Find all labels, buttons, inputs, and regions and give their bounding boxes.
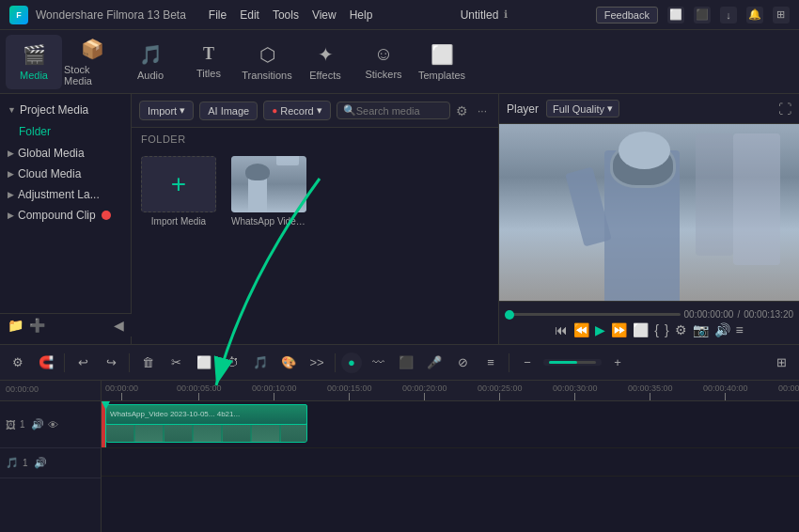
snapshot-button[interactable]: 📷	[693, 322, 709, 337]
grid-icon[interactable]: ⊞	[773, 7, 790, 23]
step-back-button[interactable]: ⏪	[573, 322, 589, 337]
toolbar-item-titles[interactable]: T Titles	[180, 35, 237, 89]
delete-button[interactable]: 🗑	[135, 351, 160, 375]
screen-icon[interactable]: ⬜	[667, 7, 684, 23]
timeline-body: 00:00:00 🖼 1 🔊 👁 🎵 1 🔊 00:00:00	[0, 381, 799, 532]
toolbar-item-stock[interactable]: 📦 Stock Media	[64, 35, 120, 89]
menu-tools[interactable]: Tools	[273, 8, 299, 22]
ruler-mark-4: 00:00:20:00	[402, 383, 447, 400]
title-bar-left: F Wondershare Filmora 13 Beta File Edit …	[9, 6, 372, 24]
timeline-mic-button[interactable]: 🎤	[422, 351, 446, 375]
record-button[interactable]: ● Record ▾	[263, 101, 331, 120]
timeline-mode-button[interactable]: ●	[341, 352, 362, 373]
redo-button[interactable]: ↪	[99, 351, 123, 375]
timeline-grid-button[interactable]: ⊞	[769, 351, 793, 375]
cut-button[interactable]: ✂	[164, 351, 188, 375]
audio-track-label: 🎵 1 🔊	[0, 448, 101, 478]
player-header: Player Full Quality ▾ ⛶	[499, 94, 799, 124]
zoom-bar[interactable]	[549, 361, 596, 364]
expand-player-icon[interactable]: ⛶	[778, 102, 791, 117]
track-visible-icon[interactable]: 👁	[48, 419, 58, 430]
player-quality-select[interactable]: Full Quality ▾	[546, 100, 619, 117]
in-point-button[interactable]: {	[654, 322, 659, 337]
track-labels: 00:00:00 🖼 1 🔊 👁 🎵 1 🔊	[0, 381, 102, 532]
zoom-fill	[549, 361, 577, 364]
project-media-section[interactable]: ▼ Project Media	[0, 100, 131, 120]
title-right: Feedback ⬜ ⬛ ↓ 🔔 ⊞	[596, 7, 790, 23]
search-input[interactable]	[356, 105, 444, 117]
collapse-panel-icon[interactable]: ◀	[114, 318, 124, 333]
timeline-track-button[interactable]: ≡	[478, 351, 503, 375]
play-button[interactable]: ▶	[595, 322, 605, 337]
player-progress-handle[interactable]	[505, 310, 514, 320]
timeline-wave-button[interactable]: 〰	[366, 351, 390, 375]
add-item-icon[interactable]: ➕	[29, 318, 45, 333]
layout-icon[interactable]: ⬛	[694, 7, 711, 23]
import-media-label: Import Media	[151, 216, 206, 227]
feedback-button[interactable]: Feedback	[596, 7, 658, 23]
app-logo: F	[9, 6, 28, 24]
timeline-magnet-icon[interactable]: 🧲	[34, 351, 58, 375]
out-point-button[interactable]: }	[665, 322, 669, 337]
notification-icon[interactable]: 🔔	[746, 7, 763, 23]
audio-track-button[interactable]: 🎵	[248, 351, 273, 375]
project-media-label: Project Media	[20, 103, 88, 117]
track-audio-icon[interactable]: 🔊	[31, 418, 44, 430]
video-track-icon: 🖼	[6, 419, 16, 430]
playhead[interactable]	[105, 401, 106, 447]
step-forward-button[interactable]: ⏩	[611, 322, 627, 337]
info-icon: ℹ	[504, 8, 508, 21]
sidebar-item-folder[interactable]: Folder	[0, 120, 131, 143]
whatsapp-video-item[interactable]: 0:00:13 ✓ WhatsApp Video 2023-10-05...	[231, 156, 306, 227]
settings-button[interactable]: ⚙	[675, 322, 687, 337]
stickers-icon: ☺	[374, 43, 393, 65]
compound-clip-section[interactable]: ▶ Compound Clip	[0, 205, 131, 226]
undo-button[interactable]: ↩	[70, 351, 95, 375]
more-player-icon[interactable]: ≡	[736, 322, 744, 337]
player-video	[499, 124, 799, 301]
more-tl-button[interactable]: >>	[305, 351, 329, 375]
clip-label: WhatsApp_Video 2023-10-05... 4b21...	[110, 410, 240, 418]
download-icon[interactable]: ↓	[720, 7, 737, 23]
compound-clip-badge	[102, 211, 111, 220]
player-buttons-row: ⏮ ⏪ ▶ ⏩ ⬜ { } ⚙ 📷 🔊 ≡	[505, 322, 793, 337]
add-folder-icon[interactable]: 📁	[8, 318, 24, 333]
toolbar-item-templates[interactable]: ⬜ Templates	[414, 35, 470, 89]
timeline-plus-button[interactable]: +	[605, 351, 630, 375]
ruler-mark-3: 00:00:15:00	[327, 383, 372, 400]
toolbar-item-audio[interactable]: 🎵 Audio	[122, 35, 179, 89]
import-button[interactable]: Import ▾	[139, 101, 194, 120]
audio-track-row	[102, 448, 799, 477]
adjustment-section[interactable]: ▶ Adjustment La...	[0, 184, 131, 205]
import-media-item[interactable]: + Import Media	[141, 156, 216, 227]
menu-help[interactable]: Help	[350, 8, 373, 22]
track-mute-icon[interactable]: 🔊	[34, 457, 47, 469]
toolbar-item-stickers[interactable]: ☺ Stickers	[355, 35, 412, 89]
menu-view[interactable]: View	[312, 8, 337, 22]
speed-button[interactable]: ⏱	[220, 351, 244, 375]
filter-icon[interactable]: ⚙	[456, 103, 468, 118]
player-total-time: 00:00:13:20	[744, 309, 793, 320]
menu-edit[interactable]: Edit	[240, 8, 259, 22]
timeline-ruler: 00:00:00 00:00:05:00 00:00:10:00 00:00:1…	[102, 381, 799, 401]
player-progress-bar[interactable]	[505, 313, 681, 316]
chevron-right-icon-2: ▶	[8, 169, 14, 179]
toolbar-item-transitions[interactable]: ⬡ Transitions	[239, 35, 295, 89]
fullscreen-button[interactable]: ⬜	[633, 322, 649, 337]
cloud-media-section[interactable]: ▶ Cloud Media	[0, 164, 131, 184]
color-button[interactable]: 🎨	[276, 351, 301, 375]
menu-file[interactable]: File	[209, 8, 227, 22]
separator-3	[335, 353, 336, 372]
skip-back-button[interactable]: ⏮	[555, 322, 568, 337]
global-media-section[interactable]: ▶ Global Media	[0, 143, 131, 164]
timeline-split-button[interactable]: ⊘	[450, 351, 475, 375]
timeline-settings-icon[interactable]: ⚙	[6, 351, 30, 375]
timeline-clip-button[interactable]: ⬛	[394, 351, 418, 375]
more-options-icon[interactable]: ···	[474, 104, 491, 117]
audio-button[interactable]: 🔊	[714, 322, 730, 337]
toolbar-item-effects[interactable]: ✦ Effects	[297, 35, 353, 89]
toolbar-item-media[interactable]: 🎬 Media	[6, 35, 62, 89]
ai-image-button[interactable]: AI Image	[199, 102, 258, 120]
crop-button[interactable]: ⬜	[192, 351, 216, 375]
timeline-minus-button[interactable]: −	[515, 351, 540, 375]
